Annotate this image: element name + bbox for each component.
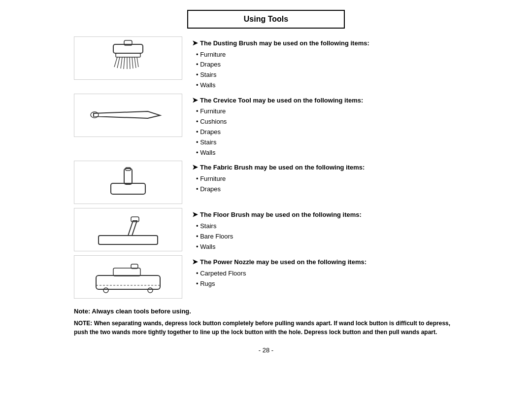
page-title: Using Tools bbox=[244, 15, 288, 23]
dusting-brush-image bbox=[74, 36, 182, 80]
svg-line-10 bbox=[137, 57, 138, 67]
list-item: Cushions bbox=[196, 117, 458, 127]
crevice-tool-list: Furniture Cushions Drapes Stairs Walls bbox=[196, 106, 458, 158]
svg-point-12 bbox=[91, 112, 99, 118]
power-nozzle-header: ➤The Power Nozzle may be used on the fol… bbox=[192, 257, 458, 267]
note2-text: NOTE: When separating wands, depress loc… bbox=[74, 319, 458, 337]
list-item: Carpeted Floors bbox=[196, 269, 458, 279]
svg-line-8 bbox=[132, 57, 133, 68]
svg-rect-19 bbox=[113, 268, 140, 276]
svg-line-4 bbox=[121, 57, 122, 68]
floor-brush-image bbox=[74, 208, 182, 251]
list-item: Walls bbox=[196, 148, 458, 158]
list-item: Drapes bbox=[196, 127, 458, 137]
list-item: Bare Floors bbox=[196, 232, 458, 242]
floor-brush-description: ➤The Floor Brush may be used on the foll… bbox=[192, 208, 458, 252]
list-item: Drapes bbox=[196, 184, 458, 195]
tool-row-crevice-tool: ➤The Crevice Tool may be used on the fol… bbox=[74, 94, 458, 158]
floor-brush-header: ➤The Floor Brush may be used on the foll… bbox=[192, 210, 458, 220]
svg-line-7 bbox=[130, 57, 130, 69]
list-item: Furniture bbox=[196, 50, 458, 60]
svg-line-3 bbox=[117, 57, 120, 68]
tools-section: ➤The Dusting Brush may be used on the fo… bbox=[74, 36, 458, 303]
crevice-tool-description: ➤The Crevice Tool may be used on the fol… bbox=[192, 94, 458, 158]
page-number: - 28 - bbox=[74, 346, 458, 354]
fabric-brush-description: ➤The Fabric Brush may be used on the fol… bbox=[192, 161, 458, 194]
list-item: Stairs bbox=[196, 221, 458, 232]
svg-rect-13 bbox=[111, 183, 145, 194]
fabric-brush-image bbox=[74, 161, 182, 204]
tool-row-floor-brush: ➤The Floor Brush may be used on the foll… bbox=[74, 208, 458, 252]
page-container: Using Tools bbox=[74, 10, 458, 354]
svg-rect-16 bbox=[99, 236, 158, 244]
list-item: Walls bbox=[196, 80, 458, 91]
list-item: Rugs bbox=[196, 279, 458, 289]
list-item: Stairs bbox=[196, 137, 458, 148]
tool-row-fabric-brush: ➤The Fabric Brush may be used on the fol… bbox=[74, 161, 458, 205]
list-item: Furniture bbox=[196, 174, 458, 184]
power-nozzle-description: ➤The Power Nozzle may be used on the fol… bbox=[192, 255, 458, 289]
list-item: Stairs bbox=[196, 70, 458, 80]
note1-text: Note: Always clean tools before using. bbox=[74, 308, 458, 315]
svg-point-21 bbox=[148, 288, 153, 293]
svg-point-20 bbox=[103, 288, 108, 293]
svg-line-2 bbox=[114, 57, 117, 67]
floor-brush-list: Stairs Bare Floors Walls bbox=[196, 221, 458, 252]
power-nozzle-image bbox=[74, 255, 182, 299]
tool-row-power-nozzle: ➤The Power Nozzle may be used on the fol… bbox=[74, 255, 458, 300]
list-item: Walls bbox=[196, 242, 458, 252]
dusting-brush-description: ➤The Dusting Brush may be used on the fo… bbox=[192, 36, 458, 91]
dusting-brush-header: ➤The Dusting Brush may be used on the fo… bbox=[192, 38, 458, 48]
crevice-tool-image bbox=[74, 94, 182, 137]
list-item: Furniture bbox=[196, 106, 458, 117]
crevice-tool-header: ➤The Crevice Tool may be used on the fol… bbox=[192, 96, 458, 105]
svg-line-9 bbox=[134, 57, 136, 68]
tool-row-dusting-brush: ➤The Dusting Brush may be used on the fo… bbox=[74, 36, 458, 91]
list-item: Drapes bbox=[196, 60, 458, 70]
dusting-brush-list: Furniture Drapes Stairs Walls bbox=[196, 50, 458, 91]
fabric-brush-list: Furniture Drapes bbox=[196, 174, 458, 195]
power-nozzle-list: Carpeted Floors Rugs bbox=[196, 269, 458, 289]
title-box: Using Tools bbox=[187, 10, 345, 29]
svg-line-5 bbox=[124, 57, 125, 69]
fabric-brush-header: ➤The Fabric Brush may be used on the fol… bbox=[192, 163, 458, 172]
note-section: Note: Always clean tools before using. N… bbox=[74, 308, 458, 337]
svg-rect-1 bbox=[116, 53, 140, 57]
svg-rect-14 bbox=[124, 169, 132, 184]
svg-rect-18 bbox=[96, 275, 160, 289]
